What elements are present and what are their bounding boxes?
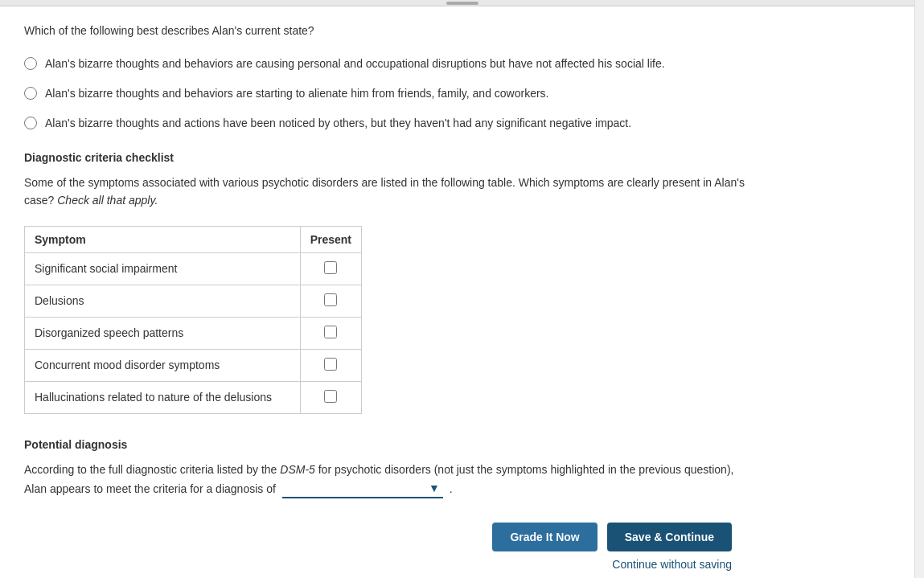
dsm5-label: DSM-5	[280, 463, 315, 476]
table-row: Disorganized speech patterns	[25, 317, 362, 349]
radio-option-3[interactable]: Alan's bizarre thoughts and actions have…	[24, 115, 748, 132]
radio-input-1[interactable]	[24, 57, 37, 70]
symptom-label-1: Significant social impairment	[25, 252, 301, 285]
symptom-column-header: Symptom	[25, 226, 301, 252]
symptom-label-5: Hallucinations related to nature of the …	[25, 381, 301, 413]
diagnostic-description: Some of the symptoms associated with var…	[24, 174, 748, 210]
checkbox-cell-4	[300, 349, 361, 381]
symptom-label-2: Delusions	[25, 285, 301, 317]
diagnosis-paragraph: According to the full diagnostic criteri…	[24, 461, 748, 499]
scrollbar[interactable]	[914, 0, 924, 578]
symptom-label-4: Concurrent mood disorder symptoms	[25, 349, 301, 381]
diagnosis-dropdown[interactable]: Schizophrenia Schizoaffective disorder B…	[282, 481, 443, 498]
table-row: Delusions	[25, 285, 362, 317]
radio-option-2[interactable]: Alan's bizarre thoughts and behaviors ar…	[24, 85, 748, 102]
symptom-checkbox-2[interactable]	[324, 293, 337, 306]
radio-label-3: Alan's bizarre thoughts and actions have…	[45, 115, 631, 132]
button-row: Grade It Now Save & Continue	[24, 523, 748, 551]
diagnostic-section: Diagnostic criteria checklist Some of th…	[24, 151, 748, 414]
diagnostic-description-italic: Check all that apply.	[57, 194, 158, 207]
table-row: Concurrent mood disorder symptoms	[25, 349, 362, 381]
table-row: Significant social impairment	[25, 252, 362, 285]
question-text: Which of the following best describes Al…	[24, 23, 748, 39]
table-row: Hallucinations related to nature of the …	[25, 381, 362, 413]
grade-button[interactable]: Grade It Now	[492, 523, 597, 551]
symptom-checkbox-4[interactable]	[324, 358, 337, 371]
symptom-table: Symptom Present Significant social impai…	[24, 226, 362, 414]
symptom-checkbox-3[interactable]	[324, 326, 337, 338]
symptom-table-body: Significant social impairment Delusions …	[25, 252, 362, 413]
symptom-checkbox-5[interactable]	[324, 390, 337, 403]
diagnosis-text-part1: According to the full diagnostic criteri…	[24, 463, 277, 476]
radio-options-group: Alan's bizarre thoughts and behaviors ar…	[24, 55, 748, 132]
radio-option-1[interactable]: Alan's bizarre thoughts and behaviors ar…	[24, 55, 748, 72]
continue-without-saving-link[interactable]: Continue without saving	[24, 558, 748, 571]
diagnosis-dropdown-wrapper[interactable]: Schizophrenia Schizoaffective disorder B…	[282, 480, 443, 499]
checkbox-cell-3	[300, 317, 361, 349]
symptom-checkbox-1[interactable]	[324, 261, 337, 274]
potential-diagnosis-title: Potential diagnosis	[24, 438, 748, 451]
save-continue-button[interactable]: Save & Continue	[607, 523, 732, 551]
diagnostic-section-title: Diagnostic criteria checklist	[24, 151, 748, 164]
radio-label-1: Alan's bizarre thoughts and behaviors ar…	[45, 55, 665, 72]
radio-label-2: Alan's bizarre thoughts and behaviors ar…	[45, 85, 549, 102]
symptom-label-3: Disorganized speech patterns	[25, 317, 301, 349]
top-bar	[0, 0, 924, 6]
radio-input-3[interactable]	[24, 117, 37, 129]
diagnosis-period: .	[450, 482, 453, 495]
present-column-header: Present	[300, 226, 361, 252]
checkbox-cell-5	[300, 381, 361, 413]
checkbox-cell-2	[300, 285, 361, 317]
checkbox-cell-1	[300, 252, 361, 285]
potential-diagnosis-section: Potential diagnosis According to the ful…	[24, 438, 748, 499]
table-header-row: Symptom Present	[25, 226, 362, 252]
radio-input-2[interactable]	[24, 87, 37, 100]
drag-handle	[446, 2, 478, 5]
